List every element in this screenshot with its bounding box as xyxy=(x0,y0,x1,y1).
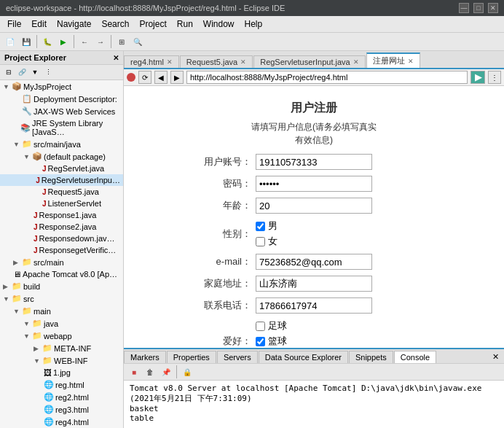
tree-item-myjspproject[interactable]: ▼ 📦 MyJspProject xyxy=(0,80,123,93)
close-bottom-panel[interactable]: ✕ xyxy=(488,351,503,363)
tree-src-main-java[interactable]: ▼ 📁 src/main/java xyxy=(0,138,123,150)
hobby-soccer-checkbox[interactable] xyxy=(256,322,265,331)
tree-src-main[interactable]: ▶ 📁 src/main xyxy=(0,256,123,268)
tab-snippets[interactable]: Snippets xyxy=(349,351,393,363)
menu-project[interactable]: Project xyxy=(135,17,170,31)
go-button[interactable]: ▶ xyxy=(470,71,485,84)
tree-reg-html[interactable]: 🌐 reg.html xyxy=(0,378,123,391)
new-button[interactable]: 📄 xyxy=(3,34,17,49)
tree-webapp[interactable]: ▼ 📁 webapp xyxy=(0,330,123,342)
tree-request5[interactable]: J Request5.java xyxy=(0,186,123,198)
tab-datasource[interactable]: Data Source Explorer xyxy=(259,351,348,363)
collapse-all-button[interactable]: ⊟ xyxy=(3,66,15,78)
tab-servers[interactable]: Servers xyxy=(217,351,258,363)
toolbar-separator-2 xyxy=(74,35,74,48)
age-input[interactable] xyxy=(256,198,372,214)
gender-female-row: 女 xyxy=(256,235,277,248)
forward-button[interactable]: → xyxy=(93,34,108,49)
save-button[interactable]: 💾 xyxy=(19,34,34,49)
tab-register-page[interactable]: 注册网址 ✕ xyxy=(366,52,420,68)
password-input[interactable] xyxy=(256,176,372,192)
refresh-button[interactable]: ⟳ xyxy=(138,71,151,84)
tree-response1[interactable]: J Response1.java xyxy=(0,209,123,221)
back-nav-button[interactable]: ◀ xyxy=(154,71,168,84)
tree-listenerservlet[interactable]: J ListenerServlet xyxy=(0,198,123,209)
console-stop-button[interactable]: ■ xyxy=(127,365,141,379)
tree-deployment[interactable]: 📋 Deployment Descriptor: xyxy=(0,93,123,105)
tab-close-icon[interactable]: ✕ xyxy=(167,58,173,66)
hobby-basketball-checkbox[interactable] xyxy=(256,337,265,346)
console-pin-button[interactable]: 📌 xyxy=(159,365,173,379)
tree-1jpg[interactable]: 🖼 1.jpg xyxy=(0,367,123,378)
tree-regservlet[interactable]: J RegServlet.java xyxy=(0,163,123,174)
tree-default-package[interactable]: ▼ 📦 (default package) xyxy=(0,150,123,163)
address-input[interactable] xyxy=(256,276,372,292)
field-username: 用户账号： xyxy=(197,154,430,170)
stop-button[interactable] xyxy=(127,73,135,82)
tree-meta-inf[interactable]: ▶ 📁 META-INF xyxy=(0,342,123,354)
menu-help[interactable]: Help xyxy=(240,17,267,31)
tree-reg3-html[interactable]: 🌐 reg3.html xyxy=(0,403,123,416)
gender-male-checkbox[interactable] xyxy=(256,222,265,231)
form-title: 用户注册 xyxy=(197,101,430,116)
tab-reg4-html[interactable]: reg4.html ✕ xyxy=(124,55,179,68)
tree-web-inf[interactable]: ▼ 📁 WEB-INF xyxy=(0,354,123,367)
main-container: Project Explorer ✕ ⊟ 🔗 ▼ ⋮ ▼ 📦 MyJspProj… xyxy=(0,51,504,428)
menu-edit[interactable]: Edit xyxy=(27,17,51,31)
tree-regservletuserinput[interactable]: J RegServletuserInpu… xyxy=(0,174,123,186)
deployment-icon: 📋 xyxy=(22,94,32,104)
tab-properties[interactable]: Properties xyxy=(167,351,216,363)
run-button[interactable]: ▶ xyxy=(56,34,71,49)
menu-navigate[interactable]: Navigate xyxy=(52,17,95,31)
tab-markers[interactable]: Markers xyxy=(124,351,166,363)
project-explorer-title: Project Explorer xyxy=(4,53,66,62)
tab-close-icon[interactable]: ✕ xyxy=(240,58,246,66)
project-explorer: Project Explorer ✕ ⊟ 🔗 ▼ ⋮ ▼ 📦 MyJspProj… xyxy=(0,51,124,428)
phone-input[interactable] xyxy=(256,297,372,314)
browser-menu-button[interactable]: ⋮ xyxy=(488,71,501,84)
url-input[interactable] xyxy=(186,71,468,84)
tree-tomcat[interactable]: 🖥 Apache Tomcat v8.0 [Ap… xyxy=(0,268,123,280)
tree-jaxws[interactable]: 🔧 JAX-WS Web Services xyxy=(0,105,123,117)
tab-request5-java[interactable]: Request5.java ✕ xyxy=(180,55,253,68)
menu-run[interactable]: Run xyxy=(173,17,197,31)
tab-regservletuserinput[interactable]: RegServletuserInput.java ✕ xyxy=(253,55,366,68)
gender-female-checkbox[interactable] xyxy=(256,237,265,246)
tree-reg4-html[interactable]: 🌐 reg4.html xyxy=(0,416,123,428)
email-input[interactable] xyxy=(256,254,372,270)
console-line-3: table xyxy=(130,413,498,423)
tree-src[interactable]: ▼ 📁 src xyxy=(0,292,123,305)
console-clear-button[interactable]: 🗑 xyxy=(143,365,157,379)
bottom-panel: Markers Properties Servers Data Source E… xyxy=(124,348,504,428)
perspective-button[interactable]: ⊞ xyxy=(114,34,129,49)
tab-close-icon[interactable]: ✕ xyxy=(353,58,359,66)
tree-reg2-html[interactable]: 🌐 reg2.html xyxy=(0,391,123,403)
menu-window[interactable]: Window xyxy=(199,17,239,31)
tree-response2[interactable]: J Response2.java xyxy=(0,221,123,233)
tree-main[interactable]: ▼ 📁 main xyxy=(0,305,123,317)
debug-button[interactable]: 🐛 xyxy=(40,34,55,49)
forward-nav-button[interactable]: ▶ xyxy=(170,71,184,84)
tree-build[interactable]: ▶ 📁 build xyxy=(0,280,123,292)
menu-file[interactable]: File xyxy=(3,17,25,31)
console-line-2: basket xyxy=(130,404,498,413)
filter-button[interactable]: ▼ xyxy=(29,66,41,78)
search-button[interactable]: 🔍 xyxy=(130,34,145,49)
close-button[interactable]: ✕ xyxy=(488,3,498,13)
tree-java[interactable]: ▼ 📁 java xyxy=(0,317,123,330)
console-scroll-lock[interactable]: 🔒 xyxy=(180,365,194,379)
tree-responsegetverific[interactable]: J ResponsegetVerific… xyxy=(0,244,123,256)
tree-responsedown[interactable]: J Responsedown.jav… xyxy=(0,233,123,244)
maximize-button[interactable]: □ xyxy=(473,3,484,13)
link-editor-button[interactable]: 🔗 xyxy=(16,66,28,78)
sidebar-menu-button[interactable]: ⋮ xyxy=(42,66,54,78)
tab-console[interactable]: Console xyxy=(394,351,436,363)
username-input[interactable] xyxy=(256,154,372,170)
window-title: eclipse-workspace - http://localhost:888… xyxy=(6,4,285,12)
collapse-icon[interactable]: ✕ xyxy=(113,54,119,62)
minimize-button[interactable]: — xyxy=(459,3,469,13)
menu-search[interactable]: Search xyxy=(97,17,133,31)
tab-close-icon[interactable]: ✕ xyxy=(408,58,414,65)
tree-jre[interactable]: 📚 JRE System Library [JavaS… xyxy=(0,117,123,138)
back-button[interactable]: ← xyxy=(77,34,92,49)
